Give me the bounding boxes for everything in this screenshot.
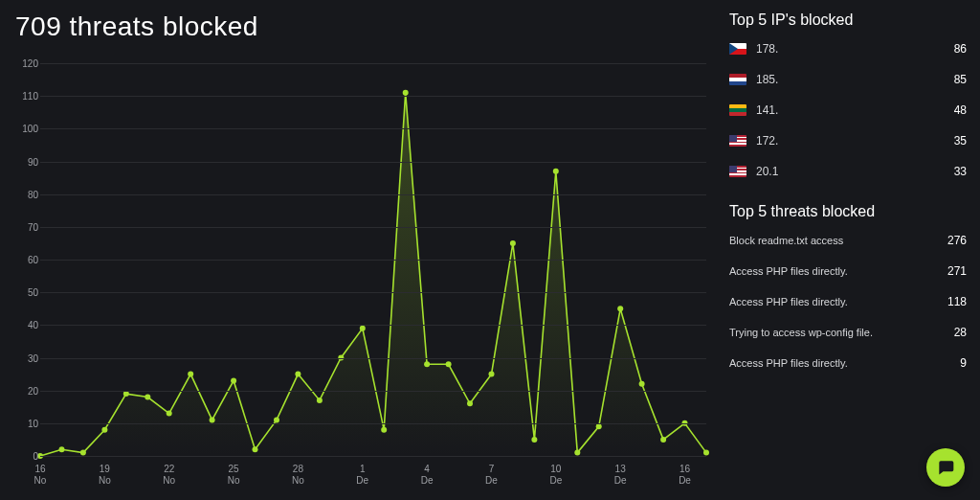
chart-x-tick: 10 De <box>549 464 562 487</box>
ip-address: 172. <box>756 134 778 148</box>
flag-icon <box>729 166 746 177</box>
chart-point[interactable] <box>123 391 129 397</box>
chart-y-tick: 80 <box>15 189 38 199</box>
chart-y-tick: 120 <box>15 58 38 69</box>
page-title: 709 threats blocked <box>13 11 714 42</box>
chart-point[interactable] <box>231 377 236 383</box>
chart-x-tick: 13 De <box>614 464 627 487</box>
chart-y-tick: 70 <box>15 221 38 232</box>
flag-icon <box>729 74 746 85</box>
threat-count: 271 <box>947 264 967 278</box>
chart-x-tick: 16 No <box>34 464 47 487</box>
chart-point[interactable] <box>188 372 193 377</box>
chart-gridline <box>40 63 706 64</box>
ip-address: 178. <box>756 42 778 56</box>
chart-y-tick: 10 <box>15 418 38 428</box>
threat-row[interactable]: Access PHP files directly.9 <box>729 356 967 370</box>
chart-y-tick: 110 <box>15 91 38 102</box>
chart-point[interactable] <box>617 306 623 311</box>
threat-name: Access PHP files directly. <box>729 296 848 307</box>
chart-point[interactable] <box>531 437 537 443</box>
ip-row[interactable]: 172.35 <box>729 134 967 148</box>
ip-address: 141. <box>756 103 778 117</box>
ip-row[interactable]: 178.86 <box>729 42 967 56</box>
chart-y-tick: 100 <box>15 124 38 134</box>
threat-row[interactable]: Block readme.txt access276 <box>729 234 967 247</box>
threat-row[interactable]: Access PHP files directly.271 <box>729 264 967 278</box>
flag-icon <box>729 135 746 147</box>
ip-count: 33 <box>954 165 967 178</box>
chart-gridline <box>40 96 706 97</box>
chart-point[interactable] <box>101 427 107 433</box>
chart-container: 010203040506070809010011012016 No19 No22… <box>13 59 714 490</box>
dashboard-root: 709 threats blocked 01020304050607080901… <box>0 0 980 500</box>
threat-count: 118 <box>947 295 967 308</box>
chart-point[interactable] <box>317 398 323 403</box>
chart-point[interactable] <box>403 90 409 96</box>
chart-point[interactable] <box>167 411 172 417</box>
ip-address: 20.1 <box>756 165 778 178</box>
chart-point[interactable] <box>703 450 709 456</box>
chart-point[interactable] <box>446 361 452 367</box>
chart-point[interactable] <box>80 450 86 456</box>
top-threats-title: Top 5 threats blocked <box>729 203 967 220</box>
chart-y-tick: 30 <box>15 352 38 363</box>
chart-x-tick: 1 De <box>356 464 368 487</box>
threat-row[interactable]: Access PHP files directly.118 <box>729 295 967 308</box>
chart-gridline <box>40 456 706 457</box>
flag-icon <box>729 43 746 55</box>
chart-point[interactable] <box>381 427 387 433</box>
chart-point[interactable] <box>59 446 65 452</box>
ip-address: 185. <box>756 73 778 86</box>
flag-icon <box>729 104 746 116</box>
chart-point[interactable] <box>360 326 366 331</box>
chart-x-tick: 22 No <box>163 464 175 487</box>
chart-point[interactable] <box>467 400 473 406</box>
threat-count: 9 <box>960 356 967 370</box>
chart-x-tick: 7 De <box>485 464 498 487</box>
chart-gridline <box>40 227 706 228</box>
threat-name: Access PHP files directly. <box>729 265 848 277</box>
chart-gridline <box>40 423 706 424</box>
threat-count: 276 <box>947 234 967 247</box>
help-chat-button[interactable] <box>926 448 965 487</box>
chart-point[interactable] <box>639 381 645 387</box>
ip-row[interactable]: 141.48 <box>729 103 967 117</box>
chart-point[interactable] <box>210 417 215 422</box>
chart-point[interactable] <box>510 240 516 246</box>
chat-icon <box>936 458 955 477</box>
ip-row[interactable]: 20.133 <box>729 165 967 178</box>
top-ips-title: Top 5 IP's blocked <box>729 11 967 29</box>
chart-point[interactable] <box>660 437 666 443</box>
chart-gridline <box>40 292 706 293</box>
chart-point[interactable] <box>274 417 279 422</box>
chart-gridline <box>40 260 706 261</box>
chart-y-tick: 60 <box>15 255 38 265</box>
chart-point[interactable] <box>489 372 495 377</box>
chart-x-tick: 28 No <box>292 464 304 487</box>
chart-gridline <box>40 391 706 392</box>
chart-x-tick: 19 No <box>99 464 111 487</box>
chart-point[interactable] <box>424 361 430 367</box>
threat-name: Trying to access wp-config file. <box>729 327 873 338</box>
threat-row[interactable]: Trying to access wp-config file.28 <box>729 326 967 339</box>
chart-y-tick: 40 <box>15 320 38 330</box>
chart-point[interactable] <box>553 169 559 174</box>
chart-x-tick: 16 De <box>679 464 691 487</box>
chart-point[interactable] <box>145 395 150 400</box>
chart-point[interactable] <box>253 446 258 452</box>
top-ips-list: 178.86185.85141.48172.3520.133 <box>729 42 967 195</box>
threat-name: Access PHP files directly. <box>729 357 848 369</box>
chart-plot-area: 010203040506070809010011012016 No19 No22… <box>40 63 706 456</box>
ip-count: 48 <box>954 103 967 117</box>
chart-y-tick: 50 <box>15 287 38 298</box>
chart-point[interactable] <box>295 372 301 377</box>
ip-count: 86 <box>954 42 967 56</box>
ip-row[interactable]: 185.85 <box>729 73 967 86</box>
chart-panel: 709 threats blocked 01020304050607080901… <box>13 11 714 490</box>
chart-gridline <box>40 325 706 326</box>
chart-gridline <box>40 128 706 129</box>
ip-count: 35 <box>954 134 967 148</box>
chart-point[interactable] <box>596 423 602 429</box>
chart-point[interactable] <box>574 450 580 456</box>
